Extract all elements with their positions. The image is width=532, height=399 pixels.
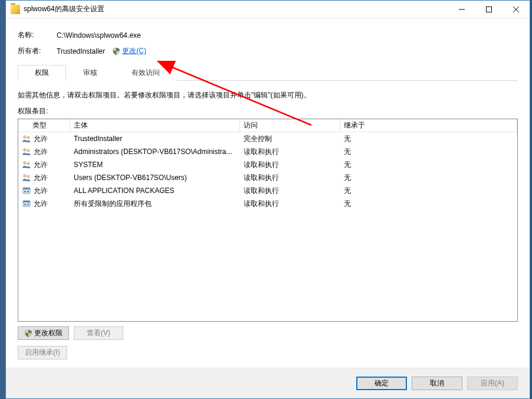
svg-point-3 <box>24 149 27 152</box>
tab-audit[interactable]: 审核 <box>66 65 114 81</box>
table-row[interactable]: 允许TrustedInstaller完全控制无 <box>18 132 517 145</box>
row-inherit: 无 <box>340 147 517 157</box>
hint-text: 如需其他信息，请双击权限项目。若要修改权限项目，请选择该项目并单击"编辑"(如果… <box>18 90 518 100</box>
tabs: 权限 审核 有效访问 <box>18 64 518 81</box>
owner-value: TrustedInstaller <box>57 47 105 55</box>
maximize-button[interactable] <box>475 1 503 18</box>
table-row[interactable]: 允许Administrators (DESKTOP-VB617SO\Admini… <box>18 145 517 158</box>
shield-icon <box>112 47 120 55</box>
enable-inheritance-button: 启用继承(I) <box>18 346 67 359</box>
row-principal: 所有受限制的应用程序包 <box>70 199 240 209</box>
row-type: 允许 <box>34 135 48 143</box>
apply-button: 应用(A) <box>467 377 518 390</box>
folder-icon <box>11 5 20 14</box>
entries-label: 权限条目: <box>18 106 518 116</box>
svg-point-2 <box>27 136 29 139</box>
tab-permissions[interactable]: 权限 <box>18 65 66 81</box>
table-row[interactable]: 允许Users (DESKTOP-VB617SO\Users)读取和执行无 <box>18 171 517 184</box>
svg-rect-11 <box>24 191 26 192</box>
users-icon <box>22 160 31 169</box>
row-type: 允许 <box>34 174 48 182</box>
row-access: 读取和执行 <box>240 160 340 170</box>
tab-effective-access[interactable]: 有效访问 <box>114 65 177 81</box>
view-button: 查看(V) <box>74 326 123 340</box>
inherit-buttons-row: 启用继承(I) <box>18 346 518 359</box>
users-icon <box>22 147 31 156</box>
svg-point-6 <box>27 162 29 165</box>
row-access: 读取和执行 <box>240 199 340 209</box>
svg-point-8 <box>27 175 29 178</box>
row-principal: SYSTEM <box>70 161 240 169</box>
svg-point-5 <box>24 162 27 165</box>
row-principal: TrustedInstaller <box>70 135 240 143</box>
row-access: 读取和执行 <box>240 147 340 157</box>
name-label: 名称: <box>18 30 57 40</box>
ok-button[interactable]: 确定 <box>356 377 407 390</box>
users-icon <box>22 134 31 143</box>
desktop-left-strip <box>0 0 5 399</box>
col-header-principal[interactable]: 主体 <box>70 119 240 132</box>
shield-icon <box>24 329 32 338</box>
change-permissions-button[interactable]: 更改权限 <box>18 326 69 340</box>
row-inherit: 无 <box>340 199 517 209</box>
col-header-type[interactable]: 类型 <box>18 119 70 132</box>
svg-rect-10 <box>23 188 30 189</box>
col-header-access[interactable]: 访问 <box>240 119 340 132</box>
table-row[interactable]: 允许SYSTEM读取和执行无 <box>18 158 517 171</box>
row-type: 允许 <box>34 148 48 156</box>
table-row[interactable]: 允许ALL APPLICATION PACKAGES读取和执行无 <box>18 184 517 197</box>
window-title: splwow64的高级安全设置 <box>24 4 448 14</box>
row-access: 完全控制 <box>240 134 340 144</box>
users-icon <box>22 173 31 182</box>
table-row[interactable]: 允许所有受限制的应用程序包读取和执行无 <box>18 197 517 210</box>
list-header: 类型 主体 访问 继承于 <box>18 119 517 132</box>
svg-rect-16 <box>27 204 29 205</box>
dialog-footer: 确定 取消 应用(A) <box>6 368 530 398</box>
row-inherit: 无 <box>340 134 517 144</box>
minimize-button[interactable] <box>448 1 475 18</box>
row-type: 允许 <box>34 187 48 195</box>
row-type: 允许 <box>34 161 48 169</box>
svg-point-4 <box>27 149 29 152</box>
package-icon <box>22 199 31 208</box>
row-inherit: 无 <box>340 160 517 170</box>
change-owner-link[interactable]: 更改(C) <box>112 46 146 56</box>
row-inherit: 无 <box>340 173 517 183</box>
row-access: 读取和执行 <box>240 173 340 183</box>
svg-rect-15 <box>24 204 26 205</box>
row-inherit: 无 <box>340 186 517 196</box>
row-type: 允许 <box>34 200 48 208</box>
svg-rect-14 <box>23 201 30 202</box>
name-row: 名称: C:\Windows\splwow64.exe <box>18 30 518 40</box>
name-value: C:\Windows\splwow64.exe <box>57 31 141 40</box>
titlebar[interactable]: splwow64的高级安全设置 <box>6 1 530 18</box>
row-principal: ALL APPLICATION PACKAGES <box>70 187 240 195</box>
cancel-button[interactable]: 取消 <box>412 377 462 390</box>
advanced-security-settings-window: splwow64的高级安全设置 名称: C:\Windows\splwow64.… <box>5 0 530 399</box>
col-header-inherit[interactable]: 继承于 <box>340 119 517 132</box>
close-button[interactable] <box>503 1 530 18</box>
svg-rect-0 <box>487 6 492 12</box>
owner-row: 所有者: TrustedInstaller 更改(C) <box>18 46 518 56</box>
package-icon <box>22 186 31 195</box>
permission-entries-list[interactable]: 类型 主体 访问 继承于 允许TrustedInstaller完全控制无允许Ad… <box>18 119 518 322</box>
row-principal: Administrators (DESKTOP-VB617SO\Administ… <box>70 148 240 156</box>
row-principal: Users (DESKTOP-VB617SO\Users) <box>70 174 240 182</box>
svg-rect-12 <box>27 191 29 192</box>
permission-buttons-row: 更改权限 查看(V) <box>18 326 518 340</box>
window-controls <box>448 1 530 18</box>
dialog-body: 名称: C:\Windows\splwow64.exe 所有者: Trusted… <box>6 18 530 368</box>
owner-label: 所有者: <box>18 46 57 56</box>
change-owner-text: 更改(C) <box>122 46 146 56</box>
svg-point-1 <box>24 136 27 139</box>
svg-point-7 <box>24 175 27 178</box>
row-access: 读取和执行 <box>240 186 340 196</box>
